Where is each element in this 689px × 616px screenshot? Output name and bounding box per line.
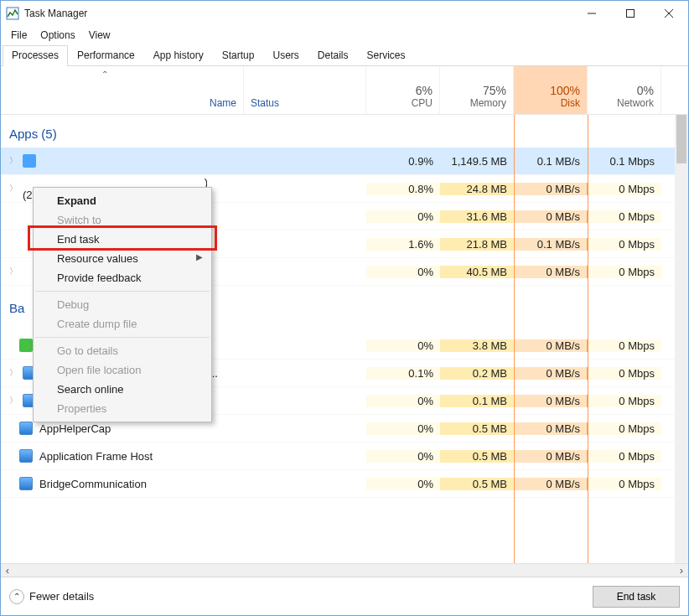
disk-value: 0 MB/s [514,367,588,380]
net-value: 0 Mbps [588,478,661,490]
task-manager-window: Task Manager File Options View Processes… [0,0,689,616]
close-button[interactable] [650,1,688,26]
disk-value: 0.1 MB/s [514,238,588,251]
col-memory[interactable]: 75%Memory [440,66,514,114]
menu-view[interactable]: View [82,28,117,43]
col-network[interactable]: 0%Network [588,66,661,114]
table-row[interactable]: Application Frame Host 0% 0.5 MB 0 MB/s … [1,443,688,470]
disk-value: 0 MB/s [514,395,588,407]
scrollbar-thumb[interactable] [676,115,686,163]
svg-rect-2 [627,10,635,18]
disk-value: 0.1 MB/s [514,155,588,168]
expand-icon[interactable]: 〉 [8,395,19,406]
disk-value: 0 MB/s [514,422,588,435]
vertical-scrollbar[interactable] [675,115,688,563]
ctx-end-task[interactable]: End task [34,230,211,249]
window-title: Task Manager [24,8,87,19]
process-icon [19,422,33,435]
mem-value: 21.8 MB [440,238,514,251]
net-value: 0 Mbps [588,266,661,278]
table-row[interactable]: BridgeCommunication 0% 0.5 MB 0 MB/s 0 M… [1,470,688,498]
sort-indicator-icon: ⌃ [101,70,108,79]
mem-value: 24.8 MB [440,183,514,195]
cpu-value: 1.6% [366,238,440,251]
mem-value: 31.6 MB [440,210,514,223]
tab-services[interactable]: Services [358,45,415,66]
tab-users[interactable]: Users [263,45,308,66]
net-value: 0 Mbps [588,422,661,435]
cpu-value: 0% [366,450,440,463]
ctx-search-online[interactable]: Search online [34,380,211,399]
mem-value: 0.2 MB [440,367,514,380]
table-row[interactable]: 〉 0.9% 1,149.5 MB 0.1 MB/s 0.1 Mbps [1,148,688,175]
process-icon [19,449,33,463]
process-name: BridgeCommunication [39,478,147,490]
context-menu: Expand Switch to End task Resource value… [33,187,212,422]
chevron-up-icon: ⌃ [9,589,24,604]
mem-value: 3.8 MB [440,339,514,352]
expand-icon[interactable]: 〉 [8,183,19,194]
ctx-expand[interactable]: Expand [34,191,211,210]
scroll-left-icon[interactable]: ‹ [1,564,14,577]
mem-value: 0.5 MB [440,478,514,490]
process-name: AppHelperCap [39,422,111,435]
cpu-value: 0% [366,266,440,278]
cpu-value: 0% [366,395,440,407]
mem-value: 1,149.5 MB [440,155,514,168]
disk-value: 0 MB/s [514,478,588,490]
tab-details[interactable]: Details [308,45,358,66]
tab-app-history[interactable]: App history [144,45,213,66]
ctx-provide-feedback[interactable]: Provide feedback [34,268,211,287]
ctx-properties: Properties [34,399,211,418]
net-value: 0 Mbps [588,367,661,380]
maximize-button[interactable] [611,1,650,26]
col-name[interactable]: Name [1,66,244,114]
col-status[interactable]: Status [244,66,366,114]
end-task-button[interactable]: End task [593,586,680,608]
net-value: 0 Mbps [588,183,661,195]
ctx-create-dump: Create dump file [34,314,211,334]
expand-icon[interactable]: 〉 [8,155,19,167]
menu-options[interactable]: Options [34,28,81,43]
disk-value: 0 MB/s [514,266,588,278]
ctx-go-to-details: Go to details [34,341,211,360]
net-value: 0 Mbps [588,339,661,352]
app-icon [6,7,19,20]
col-cpu[interactable]: 6%CPU [366,66,440,114]
group-apps[interactable]: Apps (5) [1,115,688,148]
net-value: 0.1 Mbps [588,155,661,168]
process-name: Application Frame Host [39,450,153,463]
disk-value: 0 MB/s [514,339,588,352]
mem-value: 0.5 MB [440,422,514,435]
cpu-value: 0.9% [366,155,440,168]
ctx-switch-to: Switch to [34,210,211,230]
expand-icon[interactable]: 〉 [8,367,19,379]
fewer-details-toggle[interactable]: ⌃ Fewer details [9,589,593,604]
footer: ⌃ Fewer details End task [1,577,688,615]
cpu-value: 0% [366,478,440,490]
tab-startup[interactable]: Startup [213,45,264,66]
tab-performance[interactable]: Performance [68,45,144,66]
ctx-debug: Debug [34,295,211,314]
disk-value: 0 MB/s [514,183,588,195]
menu-file[interactable]: File [4,28,34,43]
cpu-value: 0% [366,422,440,435]
col-disk[interactable]: 100%Disk [514,66,588,114]
process-icon [23,154,36,168]
mem-value: 40.5 MB [440,266,514,278]
minimize-button[interactable] [572,1,611,26]
cpu-value: 0.8% [366,183,440,195]
net-value: 0 Mbps [588,238,661,251]
ctx-resource-values[interactable]: Resource values▶ [34,249,211,268]
process-icon [19,477,33,490]
menubar: File Options View [1,26,688,44]
cpu-value: 0% [366,339,440,352]
cpu-value: 0% [366,210,440,223]
tab-processes[interactable]: Processes [3,45,68,66]
ctx-open-file-location: Open file location [34,360,211,380]
cpu-value: 0.1% [366,367,440,380]
net-value: 0 Mbps [588,450,661,463]
expand-icon[interactable]: 〉 [8,266,19,277]
horizontal-scrollbar[interactable]: ‹ › [1,563,688,577]
scroll-right-icon[interactable]: › [675,564,688,577]
